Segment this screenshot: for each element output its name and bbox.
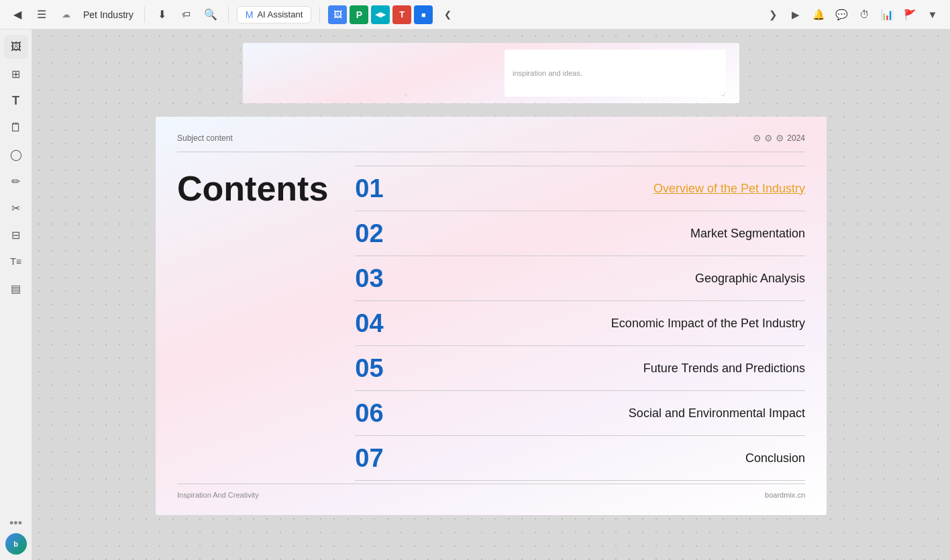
sidebar-grid-icon[interactable]: ⊞ (4, 62, 28, 86)
separator-1 (144, 7, 145, 23)
item-number-1: 01 (355, 176, 402, 201)
slide-header: Subject content ⚙ ⚙ ⚙ 2024 (177, 133, 805, 152)
chart-button[interactable]: 📊 (878, 5, 896, 24)
ai-assistant-button[interactable]: M AI Assistant (237, 6, 312, 23)
main-layout: 🖼 ⊞ T 🗒 ◯ ✏ ✂ ⊟ T≡ ▤ ••• b inspiration a… (0, 30, 950, 560)
separator-3 (319, 7, 320, 23)
sidebar-pen-icon[interactable]: ✏ (4, 169, 28, 193)
more-button[interactable]: ▼ (923, 5, 942, 24)
toolbar: ◀ ☰ ☁ Pet Industry ⬇ 🏷 🔍 M AI Assistant … (0, 0, 950, 30)
sidebar-scissors-icon[interactable]: ✂ (4, 196, 28, 220)
flag-button[interactable]: 🚩 (900, 5, 919, 24)
download-button[interactable]: ⬇ (153, 5, 172, 24)
left-sidebar: 🖼 ⊞ T 🗒 ◯ ✏ ✂ ⊟ T≡ ▤ ••• b (0, 30, 32, 560)
separator-2 (228, 7, 229, 23)
canvas-area[interactable]: inspiration and ideas. ⌞ ⌟ Subject conte… (32, 30, 950, 560)
tab-icon-5[interactable]: ■ (414, 5, 433, 24)
gear-icon-3: ⚙ (776, 133, 784, 144)
tab-icon-4[interactable]: T (392, 5, 411, 24)
preview-corner-tl: ⌞ (404, 85, 409, 98)
contents-item-6[interactable]: 06 Social and Environmental Impact (355, 391, 805, 436)
footer-right: boardmix.cn (765, 491, 805, 499)
tab-icons-group: 🖼 P ◀▶ T ■ (328, 5, 433, 24)
item-label-1: Overview of the Pet Industry (653, 182, 805, 196)
ai-icon: M (246, 9, 254, 20)
tab-icon-3[interactable]: ◀▶ (371, 5, 390, 24)
search-button[interactable]: 🔍 (201, 5, 220, 24)
back-button[interactable]: ◀ (8, 5, 27, 24)
item-label-5: Future Trends and Predictions (643, 361, 805, 376)
contents-item-7[interactable]: 07 Conclusion (355, 436, 805, 481)
notification-button[interactable]: 🔔 (809, 5, 828, 24)
sidebar-text-icon[interactable]: T (4, 89, 28, 113)
contents-title: Contents (177, 166, 328, 481)
gear-icon-2: ⚙ (764, 133, 773, 144)
item-number-4: 04 (355, 311, 402, 336)
next-page-button[interactable]: ❯ (763, 5, 782, 24)
slide-content: Subject content ⚙ ⚙ ⚙ 2024 Contents 01 (156, 117, 827, 515)
sidebar-gallery-icon[interactable]: 🖼 (4, 35, 28, 59)
contents-list: 01 Overview of the Pet Industry 02 Marke… (355, 166, 805, 481)
item-label-3: Geographic Analysis (695, 272, 805, 286)
tab-icon-2[interactable]: P (350, 5, 368, 24)
timer-button[interactable]: ⏱ (855, 5, 874, 24)
collapse-tabs-button[interactable]: ❮ (438, 5, 457, 24)
document-title: Pet Industry (83, 9, 134, 20)
footer-left: Inspiration And Creativity (177, 491, 259, 499)
item-number-6: 06 (355, 400, 402, 426)
item-number-5: 05 (355, 355, 402, 381)
sidebar-more-dots[interactable]: ••• (9, 516, 22, 530)
tab-icon-1[interactable]: 🖼 (328, 5, 347, 24)
contents-item-2[interactable]: 02 Market Segmentation (355, 211, 805, 256)
item-label-7: Conclusion (745, 451, 805, 465)
preview-overlay: inspiration and ideas. (505, 50, 726, 97)
sidebar-text-list-icon[interactable]: T≡ (4, 249, 28, 274)
slide-year: 2024 (787, 133, 805, 143)
ai-label: AI Assistant (257, 9, 303, 19)
item-number-3: 03 (355, 266, 402, 291)
chat-button[interactable]: 💬 (832, 5, 851, 24)
sidebar-layout-icon[interactable]: ▤ (4, 276, 28, 300)
sidebar-avatar[interactable]: b (5, 533, 27, 555)
contents-item-3[interactable]: 03 Geographic Analysis (355, 256, 805, 301)
preview-corner-br: ⌟ (721, 85, 726, 98)
preview-text: inspiration and ideas. (513, 69, 582, 77)
contents-item-1[interactable]: 01 Overview of the Pet Industry (355, 166, 805, 211)
sidebar-table-icon[interactable]: ⊟ (4, 223, 28, 247)
item-label-2: Market Segmentation (690, 227, 805, 241)
cloud-button[interactable]: ☁ (56, 5, 75, 24)
tag-button[interactable]: 🏷 (177, 5, 196, 24)
preview-card: inspiration and ideas. ⌞ ⌟ (243, 43, 739, 103)
avatar-initials: b (13, 540, 18, 548)
slide-subject: Subject content (177, 133, 233, 143)
menu-button[interactable]: ☰ (32, 5, 51, 24)
item-number-2: 02 (355, 221, 402, 246)
present-button[interactable]: ▶ (786, 5, 805, 24)
item-label-6: Social and Environmental Impact (629, 406, 805, 421)
slide-year-icons: ⚙ ⚙ ⚙ 2024 (753, 133, 805, 144)
sidebar-note-icon[interactable]: 🗒 (4, 115, 28, 139)
contents-item-5[interactable]: 05 Future Trends and Predictions (355, 346, 805, 391)
slide-footer: Inspiration And Creativity boardmix.cn (177, 484, 805, 499)
toolbar-right: ❯ ▶ 🔔 💬 ⏱ 📊 🚩 ▼ (763, 5, 942, 24)
gear-icon-1: ⚙ (753, 133, 761, 144)
contents-item-4[interactable]: 04 Economic Impact of the Pet Industry (355, 301, 805, 346)
document-slide: Subject content ⚙ ⚙ ⚙ 2024 Contents 01 (156, 117, 827, 515)
sidebar-shape-icon[interactable]: ◯ (4, 142, 28, 166)
item-number-7: 07 (355, 445, 402, 471)
item-label-4: Economic Impact of the Pet Industry (611, 317, 805, 331)
contents-layout: Contents 01 Overview of the Pet Industry… (177, 166, 805, 481)
